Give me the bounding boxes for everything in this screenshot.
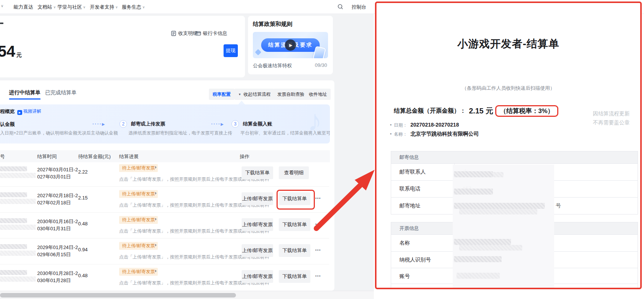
- triangle-down-icon: ▼: [238, 93, 241, 96]
- bank-card-link[interactable]: 银行卡信息: [195, 30, 227, 37]
- address-cut-suffix: 号: [556, 202, 561, 209]
- censored-value: [454, 171, 493, 177]
- process-step3-desc: 平台初审、复审通过后，结算金额将入账至可提现收入: [240, 130, 330, 136]
- sheet-company: •名称：北京字节跳动科技有限啊公司: [390, 131, 479, 137]
- view-detail-button[interactable]: 查看明细: [279, 166, 309, 179]
- censored-order-id: [0, 251, 36, 256]
- nav-item-ecosystem[interactable]: 服务生态∨: [122, 4, 145, 11]
- censored-value: [454, 189, 493, 195]
- table-row: 2029年01月24日-2029年06月15日 0.94 待上传/邮寄发票 › …: [0, 239, 329, 264]
- table-row: 2030年01月16日-2030年01月31日 0.48 待上传/邮寄发票 › …: [0, 213, 329, 239]
- status-badge: 待上传/邮寄发票: [119, 190, 158, 198]
- status-badge: 待上传/邮寄发票: [119, 268, 158, 276]
- censored-value: [459, 209, 537, 214]
- app-root: ∨ 能力直达 文档站∨ 学堂与社区∨ 开发者支持∨ 服务生态∨ 控制台 54 元…: [0, 0, 644, 299]
- more-actions-button[interactable]: …: [315, 245, 321, 252]
- settlement-time: 2030年01月16日-2030年01月31日: [37, 218, 78, 232]
- bank-card-icon: [195, 31, 201, 36]
- censored-order-id: [0, 225, 36, 230]
- process-step1-desc: 入日期+2日产出账单，确认明细和金额无误后主动确认金额: [0, 130, 118, 136]
- tab-active-underline: [9, 98, 41, 100]
- settlement-time: 2029年01月24日-2029年06月15日: [37, 244, 78, 258]
- censored-order-id: [0, 244, 27, 249]
- upload-invoice-button[interactable]: 上传/邮寄发票: [242, 270, 273, 283]
- policy-footer-left[interactable]: 公会极速结算特权: [253, 62, 292, 69]
- upload-invoice-button[interactable]: 上传/邮寄发票: [242, 192, 273, 205]
- table-row: 2030年01月28日-2030年01月28日 0.48 待上传/邮寄发票 › …: [0, 264, 329, 290]
- horizontal-scrollbar-thumb[interactable]: [0, 293, 236, 297]
- amount-value: 2.15 元: [469, 106, 493, 116]
- col-header-actions: 操作: [240, 153, 249, 160]
- chevron-right-icon[interactable]: ›: [155, 190, 156, 196]
- withdraw-button[interactable]: 提现: [224, 44, 238, 57]
- censored-order-id: [0, 270, 27, 275]
- process-step2-title: 2 邮寄或上传发票: [119, 120, 165, 128]
- censored-order-id: [0, 199, 36, 204]
- mail-info-header: 邮寄信息: [391, 151, 638, 164]
- chevron-down-icon: ∨: [83, 5, 86, 9]
- tax-config-button[interactable]: 税率配置: [209, 89, 234, 100]
- download-settlement-button[interactable]: 下载结算单: [242, 166, 273, 179]
- play-square-icon: ▶: [17, 110, 22, 115]
- nav-item-console[interactable]: 控制台: [352, 4, 366, 11]
- process-video-link[interactable]: ▶视频讲解: [17, 108, 41, 115]
- table-row: 2027年03月01日-2027年03月01日 2.22 待上传/邮寄发票 › …: [0, 161, 329, 187]
- tab-in-progress[interactable]: 进行中结算单: [9, 89, 41, 96]
- pending-amount: 2.22: [78, 169, 88, 175]
- chevron-right-icon[interactable]: ›: [155, 216, 156, 222]
- chevron-right-icon[interactable]: ›: [155, 164, 156, 170]
- chevron-right-icon[interactable]: ›: [155, 242, 156, 248]
- process-header: 程概览: [0, 108, 15, 115]
- sheet-date: •日期：20270218-20270218: [390, 122, 459, 128]
- amount-line: 结算总金额（开票金额）： 2.15 元 （结算税率：3%）: [394, 105, 558, 117]
- censored-order-id: [0, 192, 27, 197]
- address-button[interactable]: 收件地址: [305, 89, 331, 100]
- download-settlement-button[interactable]: 下载结算单: [279, 218, 310, 231]
- nav-item-support[interactable]: 开发者支持∨: [90, 4, 118, 11]
- download-settlement-button[interactable]: 下载结算单: [279, 270, 310, 283]
- more-actions-button[interactable]: …: [315, 271, 321, 278]
- censored-value: [457, 273, 500, 279]
- settlement-time: 2027年03月01日-2027年03月01日: [37, 166, 78, 180]
- invoice-check-button[interactable]: 发票自助查验: [274, 89, 308, 100]
- policy-title: 结算政策和规则: [253, 21, 292, 28]
- process-step2-desc: 选择纸质发票邮寄到指定地址，电子发票可直接上传: [128, 130, 232, 136]
- nav-item-capability[interactable]: 能力直达: [14, 4, 33, 11]
- col-header-id: 号: [0, 153, 5, 160]
- tax-rate-highlight: （结算税率：3%）: [495, 105, 558, 117]
- sheet-title: 小游戏开发者-结算单: [376, 37, 640, 51]
- search-icon[interactable]: [337, 4, 343, 10]
- income-detail-link[interactable]: 收支明细: [171, 30, 198, 37]
- censored-order-id: [0, 173, 36, 178]
- upload-invoice-button[interactable]: 上传/邮寄发票: [242, 218, 273, 231]
- chevron-down-icon: ∨: [142, 5, 145, 9]
- download-settlement-button[interactable]: 下载结算单: [279, 244, 310, 257]
- nav-cut-chevron-icon: ∨: [1, 4, 3, 8]
- policy-card: 结算政策和规则 结算流程及要求 ▶ 公会极速结算特权 09/30: [248, 16, 333, 74]
- status-badge: 待上传/邮寄发票: [119, 216, 158, 224]
- balance-card: 54 元 收支明细 银行卡信息 提现: [0, 16, 245, 77]
- balance-amount: 54 元: [0, 44, 22, 59]
- censored-value: [454, 239, 511, 245]
- nav-item-community[interactable]: 学堂与社区∨: [57, 4, 86, 11]
- sparkle-decoration: [255, 49, 262, 56]
- chevron-down-icon: ∨: [53, 5, 56, 9]
- horizontal-scrollbar-track[interactable]: [0, 291, 374, 299]
- pending-amount: 0.48: [78, 273, 88, 278]
- process-panel: ♪ 程概览 ▶视频讲解 认金额 入日期+2日产出账单，确认明细和金额无误后主动确…: [0, 104, 330, 143]
- pending-amount: 0.48: [78, 221, 88, 227]
- policy-video-card[interactable]: 结算流程及要求 ▶: [253, 32, 328, 58]
- play-button[interactable]: ▶: [285, 39, 296, 51]
- dots-arrow-icon: ····▶: [92, 121, 106, 127]
- policy-footer-counter: 09/30: [315, 62, 327, 68]
- censored-value: [459, 245, 522, 251]
- censored-value: [454, 256, 502, 262]
- tab-completed[interactable]: 已完成结算单: [45, 89, 77, 96]
- upload-invoice-button[interactable]: 上传/邮寄发票: [242, 244, 273, 257]
- collapse-process-button[interactable]: ▼ 收起结算流程: [234, 89, 274, 100]
- chevron-right-icon[interactable]: ›: [155, 268, 156, 273]
- process-notch: [238, 101, 245, 104]
- col-header-time: 结算时间: [37, 153, 57, 160]
- document-icon: [171, 31, 176, 36]
- nav-item-docs[interactable]: 文档站∨: [38, 4, 56, 11]
